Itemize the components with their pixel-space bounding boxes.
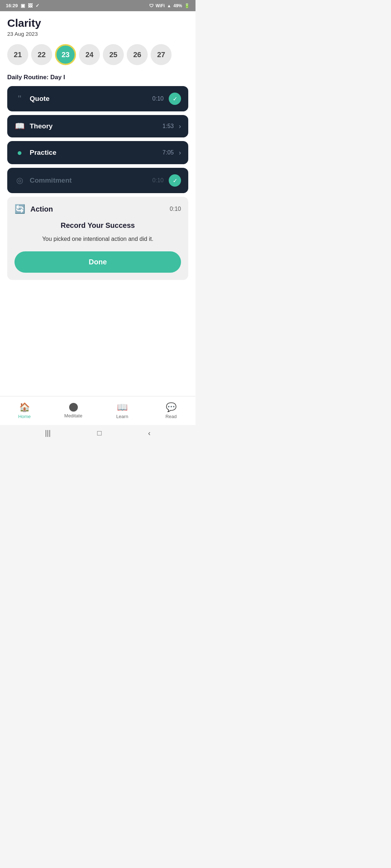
battery-percentage: 49% [173,3,182,8]
section-title: Daily Routine: Day I [7,74,188,81]
date-24[interactable]: 24 [79,44,100,65]
home-icon: 🏠 [19,402,30,412]
read-label: Read [165,414,177,419]
action-title: Record Your Success [14,221,181,230]
theory-arrow: › [179,123,181,130]
commitment-time: 0:10 [152,177,164,184]
nav-item-home[interactable]: 🏠 Home [0,396,49,425]
wifi-icon: WiFi [156,3,165,8]
status-time: 16:29 [6,3,18,8]
activity-right-theory: 1:53 › [163,123,181,130]
signal-icon: ▲ [167,3,171,8]
activity-left-quote: " Quote [14,93,50,105]
shield-icon: 🛡 [149,3,154,8]
quote-check: ✓ [169,93,181,105]
android-home-btn[interactable]: □ [97,429,101,437]
action-spinner-icon: 🔄 [14,204,25,214]
practice-arrow: › [179,149,181,157]
check-icon: ✓ [35,3,39,8]
date-26[interactable]: 26 [127,44,148,65]
action-card: 🔄 Action 0:10 Record Your Success You pi… [7,197,188,280]
practice-time: 7:05 [163,149,174,156]
theory-label: Theory [30,122,52,130]
app-date: 23 Aug 2023 [7,31,188,37]
activity-left-commitment: ◎ Commitment [14,176,72,185]
commitment-icon: ◎ [14,176,25,185]
android-recent-btn[interactable]: ||| [45,429,51,437]
activity-card-quote[interactable]: " Quote 0:10 ✓ [7,86,188,111]
learn-icon: 📖 [117,402,128,412]
home-label: Home [18,414,31,419]
commitment-label: Commitment [30,176,72,184]
quote-label: Quote [30,95,50,103]
activity-left-practice: ● Practice [14,148,56,158]
learn-label: Learn [116,414,128,419]
tablet-icon: ▣ [21,3,25,8]
activity-left-theory: 📖 Theory [14,122,52,131]
quote-icon: " [14,93,25,105]
activity-right-practice: 7:05 › [163,149,181,157]
activity-right-quote: 0:10 ✓ [152,93,181,105]
image-icon: 🖼 [28,3,33,8]
book-icon: 📖 [14,122,25,131]
commitment-check: ✓ [169,174,181,187]
action-header: 🔄 Action 0:10 [14,204,181,214]
android-back-btn[interactable]: ‹ [148,429,151,437]
date-23-active[interactable]: 23 [55,44,76,65]
date-22[interactable]: 22 [31,44,52,65]
status-right: 🛡 WiFi ▲ 49% 🔋 [149,3,190,8]
done-button[interactable]: Done [14,251,181,273]
activity-card-practice[interactable]: ● Practice 7:05 › [7,141,188,164]
action-label: Action [30,205,53,213]
bottom-nav: 🏠 Home Meditate 📖 Learn 💬 Read [0,396,196,425]
theory-time: 1:53 [163,123,174,129]
android-nav: ||| □ ‹ [0,425,196,441]
app-title: Clarity [7,17,188,29]
activity-card-theory[interactable]: 📖 Theory 1:53 › [7,115,188,137]
action-time: 0:10 [170,206,181,212]
date-25[interactable]: 25 [103,44,124,65]
activity-right-commitment: 0:10 ✓ [152,174,181,187]
meditate-icon [69,403,78,412]
meditate-label: Meditate [64,413,83,418]
nav-item-read[interactable]: 💬 Read [147,396,196,425]
status-left: 16:29 ▣ 🖼 ✓ [6,3,39,8]
nav-item-learn[interactable]: 📖 Learn [98,396,147,425]
main-content: Clarity 23 Aug 2023 21 22 23 24 25 26 27… [0,11,196,396]
date-27[interactable]: 27 [151,44,172,65]
date-selector: 21 22 23 24 25 26 27 [7,44,188,65]
date-21[interactable]: 21 [7,44,28,65]
action-description: You picked one intentional action and di… [14,235,181,243]
activity-card-commitment[interactable]: ◎ Commitment 0:10 ✓ [7,168,188,193]
read-icon: 💬 [166,402,177,412]
status-bar: 16:29 ▣ 🖼 ✓ 🛡 WiFi ▲ 49% 🔋 [0,0,196,11]
action-left: 🔄 Action [14,204,53,214]
practice-label: Practice [30,149,56,157]
nav-item-meditate[interactable]: Meditate [49,396,98,425]
practice-icon: ● [14,148,25,158]
battery-icon: 🔋 [184,3,190,8]
quote-time: 0:10 [152,95,164,102]
